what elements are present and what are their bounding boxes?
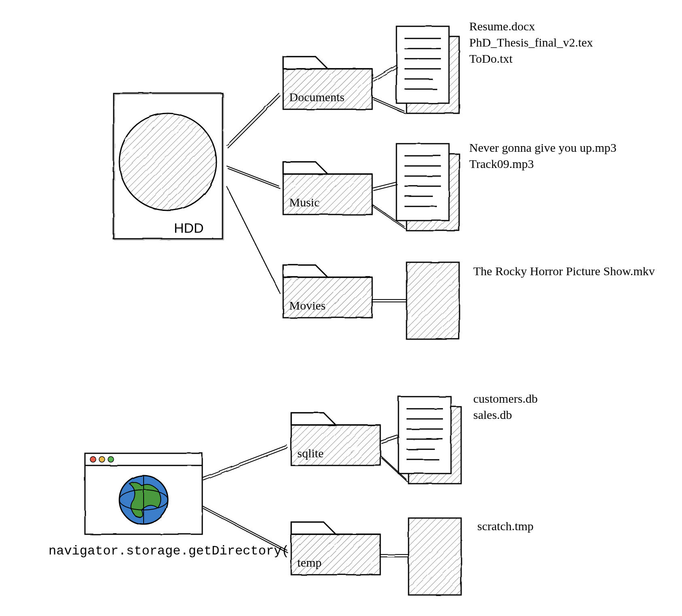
svg-line-49 <box>202 445 287 478</box>
api-call-label: navigator.storage.getDirectory() <box>49 544 297 559</box>
connector <box>372 300 407 302</box>
file-stack-documents <box>396 26 459 113</box>
svg-line-6 <box>228 96 280 148</box>
file-movies <box>407 262 459 339</box>
svg-line-34 <box>373 185 398 191</box>
svg-point-44 <box>99 457 105 462</box>
connector <box>380 554 409 557</box>
svg-rect-38 <box>407 262 459 339</box>
file-stack-music <box>396 144 459 231</box>
svg-point-4 <box>119 113 216 210</box>
connector <box>202 445 288 553</box>
file-name: customers.db <box>473 392 538 405</box>
file-stack-sqlite <box>398 397 461 484</box>
svg-line-8 <box>228 168 280 189</box>
file-name: The Rocky Horror Picture Show.mkv <box>473 264 655 278</box>
svg-rect-67 <box>409 518 461 595</box>
hdd-icon <box>113 93 224 240</box>
file-name: Resume.docx <box>469 19 535 33</box>
svg-line-7 <box>227 166 279 186</box>
folder-label: sqlite <box>297 446 324 460</box>
file-name: Track09.mp3 <box>469 157 534 170</box>
folder-label: Movies <box>289 299 326 312</box>
svg-line-5 <box>227 93 279 146</box>
svg-point-43 <box>90 457 96 462</box>
hdd-label: HDD <box>174 220 204 236</box>
svg-line-62 <box>380 435 398 441</box>
svg-line-20 <box>372 65 396 79</box>
svg-point-45 <box>108 457 114 462</box>
file-name: ToDo.txt <box>469 52 513 65</box>
file-name: Never gonna give you up.mp3 <box>469 141 616 154</box>
svg-line-10 <box>228 189 280 294</box>
browser-icon <box>85 453 202 534</box>
svg-line-50 <box>203 448 288 480</box>
connector <box>227 93 280 294</box>
folder-label: Music <box>289 195 320 209</box>
folder-label: temp <box>297 556 322 569</box>
file-name: PhD_Thesis_final_v2.tex <box>469 36 593 49</box>
file-name: sales.db <box>473 408 512 421</box>
svg-line-21 <box>373 67 398 81</box>
svg-line-63 <box>381 438 400 444</box>
folder-label: Documents <box>289 90 345 104</box>
file-name: scratch.tmp <box>477 519 534 533</box>
svg-line-33 <box>372 182 396 188</box>
file-temp <box>409 518 461 595</box>
